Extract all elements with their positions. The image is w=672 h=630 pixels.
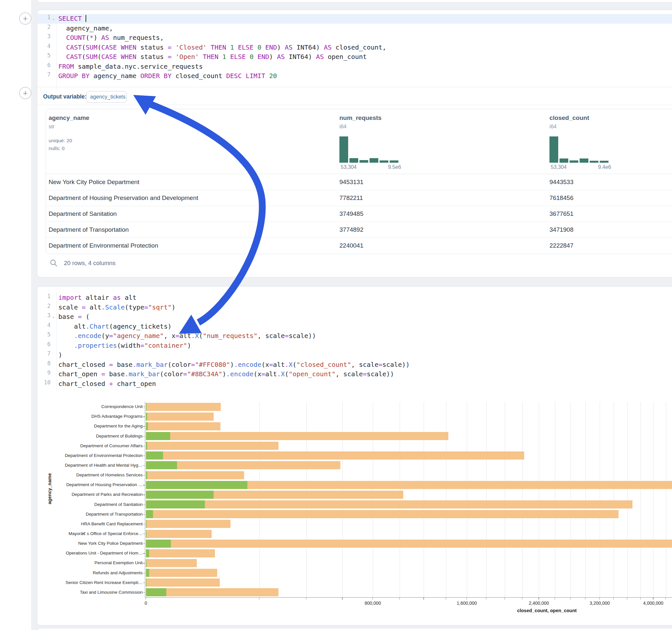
y-axis-tick <box>143 514 145 515</box>
x-axis-tick <box>613 598 614 600</box>
code-line[interactable]: 1import altair as alt <box>38 293 672 303</box>
column-type: str <box>49 123 54 130</box>
y-axis-label: Department of Sanitation <box>94 502 143 507</box>
table-row[interactable]: New York City Police Department945313194… <box>46 174 672 190</box>
fold-chevron-icon[interactable]: ⌄ <box>51 14 56 24</box>
gutter-separator <box>56 13 57 91</box>
code-line[interactable]: 3 COUNT(*) AS num_requests, <box>38 33 672 43</box>
add-cell-button-middle[interactable]: + <box>19 87 31 99</box>
notebook-page: + + 1⌄SELECT 2 agency_name,3 COUNT(*) AS… <box>0 0 672 630</box>
line-number: 6 <box>38 62 51 72</box>
python-code-editor[interactable]: 1import altair as alt2scale = alt.Scale(… <box>38 293 672 389</box>
fold-chevron-icon[interactable]: ⌄ <box>51 312 56 322</box>
bar-open-count <box>146 403 146 411</box>
histogram-bar <box>339 137 348 163</box>
x-axis-label: 3,200,000 <box>590 601 610 606</box>
gridline <box>666 402 666 597</box>
column-stat: nulls: 0 <box>49 146 65 151</box>
x-axis-tick <box>259 598 259 600</box>
line-number: 3 <box>38 33 51 43</box>
line-number: 1 <box>38 293 51 303</box>
line-number: 1 <box>38 14 51 24</box>
line-number: 4 <box>38 322 51 332</box>
y-axis-tick <box>143 416 145 417</box>
table-row[interactable]: Department of Environmental Protection22… <box>46 238 672 253</box>
code-line[interactable]: 3⌄base = ( <box>38 312 672 322</box>
gridline <box>522 402 523 597</box>
code-text: CAST(SUM(CASE WHEN status = 'Open' THEN … <box>56 52 367 62</box>
y-axis-tick <box>143 485 145 485</box>
fold-spacer <box>51 331 56 341</box>
code-line[interactable]: 8chart_closed = base.mark_bar(color="#FF… <box>38 360 672 370</box>
code-line[interactable]: 2 agency_name, <box>38 24 672 33</box>
output-variable-pill[interactable]: agency_tickets <box>87 91 127 103</box>
column-type: i64 <box>339 123 346 130</box>
y-axis-tick <box>143 426 145 427</box>
bar-open-count <box>146 588 166 596</box>
dataframe-preview-table: agency_namestrunique: 20nulls: 0num_requ… <box>46 109 672 254</box>
code-line[interactable]: 6 .properties(width="container") <box>38 341 672 350</box>
column-stat: unique: 20 <box>49 138 72 144</box>
bar-open-count <box>146 422 148 430</box>
code-line[interactable]: 2scale = alt.Scale(type="sqrt") <box>38 303 672 312</box>
x-axis-tick <box>570 598 571 600</box>
line-number: 5 <box>38 331 51 341</box>
y-axis-label: Personal Exemption Unit <box>94 560 143 565</box>
table-summary-text: 20 rows, 4 columns <box>64 260 115 267</box>
gridline <box>505 402 505 597</box>
histogram-max-label: 9.4e6 <box>598 164 611 170</box>
bar-open-count <box>146 520 146 528</box>
add-cell-button-top[interactable]: + <box>19 12 31 25</box>
bar-open-count <box>146 500 205 508</box>
x-axis-tick <box>373 598 373 600</box>
previous-cell-edge <box>37 0 672 3</box>
code-line[interactable]: 9chart_open = base.mark_bar(color="#8BC3… <box>38 369 672 379</box>
column-header-agency_name[interactable]: agency_name <box>49 114 90 122</box>
y-axis-tick <box>143 543 145 544</box>
code-line[interactable]: 4 CAST(SUM(CASE WHEN status = 'Closed' T… <box>38 43 672 52</box>
code-line[interactable]: 10chart_closed + chart_open <box>38 379 672 389</box>
code-line[interactable]: 6FROM sample_data.nyc.service_requests <box>38 62 672 72</box>
bar-open-count <box>146 442 147 450</box>
bar-open-count <box>146 481 247 489</box>
histogram-bar <box>390 161 399 163</box>
column-histogram <box>339 137 400 163</box>
x-axis-tick <box>306 598 306 600</box>
column-header-closed_count[interactable]: closed_count <box>549 114 589 122</box>
bar-open-count <box>146 471 147 479</box>
bar-closed-count <box>146 539 672 548</box>
code-line[interactable]: 1⌄SELECT <box>38 14 672 24</box>
y-axis-label: Department of Transportation <box>86 512 143 516</box>
gridline <box>653 402 653 597</box>
column-header-num_requests[interactable]: num_requests <box>339 114 382 122</box>
table-row[interactable]: Department of Sanitation37494853677651 <box>46 206 672 222</box>
fold-spacer <box>51 350 56 360</box>
bar-closed-count <box>146 403 221 411</box>
x-axis-tick <box>555 598 555 600</box>
table-row[interactable]: Department of Housing Preservation and D… <box>46 190 672 206</box>
bar-open-count <box>146 510 153 518</box>
bar-closed-count <box>146 549 215 557</box>
bar-open-count <box>146 432 170 440</box>
table-row[interactable]: Department of Transportation377489234719… <box>46 222 672 238</box>
sql-code-editor[interactable]: 1⌄SELECT 2 agency_name,3 COUNT(*) AS num… <box>38 14 672 81</box>
code-text: .encode(y="agency_name", x=alt.X("num_re… <box>56 331 316 341</box>
search-icon[interactable] <box>50 259 58 267</box>
code-line[interactable]: 7) <box>38 350 672 360</box>
fold-spacer <box>51 62 56 72</box>
x-axis-tick <box>466 598 467 600</box>
code-line[interactable]: 5 CAST(SUM(CASE WHEN status = 'Open' THE… <box>38 52 672 62</box>
code-line[interactable]: 5 .encode(y="agency_name", x=alt.X("num_… <box>38 331 672 341</box>
x-axis-label: 4,000,000 <box>643 601 663 606</box>
table-cell: 2222847 <box>549 238 573 253</box>
bar-open-count <box>146 549 149 557</box>
code-line[interactable]: 4 alt.Chart(agency_tickets) <box>38 322 672 332</box>
gridline <box>424 402 424 597</box>
code-text: scale = alt.Scale(type="sqrt") <box>56 303 175 312</box>
table-cell: Department of Sanitation <box>49 206 117 222</box>
x-axis-label: 0 <box>145 601 147 606</box>
code-line[interactable]: 7GROUP BY agency_name ORDER BY closed_co… <box>38 71 672 81</box>
y-axis-labels: Correspondence UnitDHS Advantage Program… <box>0 402 143 598</box>
y-axis-label: Mayorâ€ s Office of Special Enforce… <box>68 531 143 536</box>
table-cell: 7618456 <box>549 190 573 206</box>
